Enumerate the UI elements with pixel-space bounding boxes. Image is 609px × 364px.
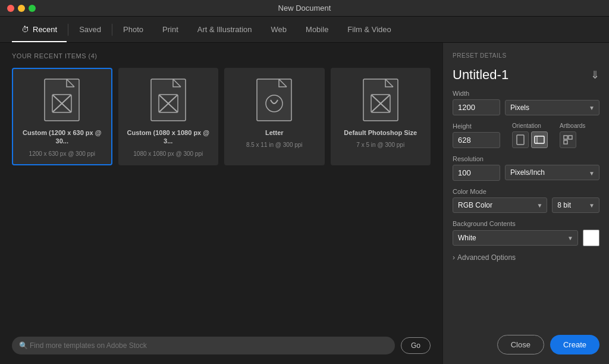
- search-input[interactable]: [12, 337, 395, 354]
- svg-rect-21: [564, 136, 567, 139]
- recent-item-2[interactable]: Letter 8.5 x 11 in @ 300 ppi: [224, 68, 325, 165]
- color-mode-label: Color Mode: [453, 188, 599, 195]
- height-input[interactable]: [453, 132, 500, 148]
- artboards-button[interactable]: [560, 131, 576, 148]
- tab-photo[interactable]: Photo: [114, 17, 153, 42]
- width-unit-select-wrapper: Pixels Inches cm ▼: [505, 100, 599, 115]
- resolution-label: Resolution: [453, 155, 599, 162]
- preset-title-row: Untitled-1 ⇓: [453, 67, 599, 83]
- recent-item-name-3: Default Photoshop Size: [344, 128, 417, 137]
- bg-contents-field: Background Contents White Background Col…: [453, 220, 599, 246]
- bottom-buttons: Close Create: [453, 330, 599, 354]
- right-panel: PRESET DETAILS Untitled-1 ⇓ Width Pixels…: [442, 43, 609, 364]
- title-bar: New Document: [0, 0, 609, 17]
- svg-rect-19: [535, 136, 544, 143]
- tab-print[interactable]: Print: [153, 17, 188, 42]
- orientation-field: Orientation: [512, 123, 548, 148]
- tab-recent[interactable]: ⏱ Recent: [12, 17, 67, 42]
- recent-grid: Custom (1200 x 630 px @ 30... 1200 x 630…: [12, 68, 431, 165]
- color-mode-field: Color Mode RGB Color CMYK Color Grayscal…: [453, 188, 599, 213]
- search-wrapper: 🔍: [12, 337, 395, 354]
- tab-saved[interactable]: Saved: [70, 17, 111, 42]
- resolution-field: Resolution Pixels/Inch Pixels/cm ▼: [453, 155, 599, 181]
- bg-color-swatch[interactable]: [583, 230, 599, 246]
- maximize-window-button[interactable]: [29, 5, 36, 12]
- minimize-window-button[interactable]: [18, 5, 25, 12]
- color-mode-select[interactable]: RGB Color CMYK Color Grayscale: [453, 197, 547, 213]
- preset-details-label: PRESET DETAILS: [453, 52, 599, 59]
- create-button[interactable]: Create: [550, 335, 599, 354]
- width-field: Width Pixels Inches cm ▼: [453, 90, 599, 115]
- recent-item-icon-0: [41, 76, 83, 124]
- width-input[interactable]: [453, 99, 500, 115]
- recent-item-icon-2: [253, 76, 295, 124]
- portrait-button[interactable]: [512, 131, 529, 148]
- svg-rect-0: [45, 79, 79, 121]
- recent-item-icon-3: [360, 76, 401, 124]
- main-layout: YOUR RECENT ITEMS (4) Custom (1200 x 630…: [0, 43, 609, 364]
- artboards-field: Artboards: [560, 123, 585, 148]
- search-icon: 🔍: [19, 341, 28, 350]
- close-button[interactable]: Close: [497, 335, 544, 354]
- close-window-button[interactable]: [7, 5, 14, 12]
- recent-item-size-1: 1080 x 1080 px @ 300 ppi: [133, 150, 203, 157]
- window-title: New Document: [278, 4, 331, 12]
- width-row: Pixels Inches cm ▼: [453, 99, 599, 115]
- preset-title: Untitled-1: [453, 67, 508, 83]
- save-preset-icon[interactable]: ⇓: [591, 68, 599, 81]
- orientation-buttons: [512, 131, 548, 148]
- recent-item-0[interactable]: Custom (1200 x 630 px @ 30... 1200 x 630…: [12, 68, 112, 165]
- recent-item-3[interactable]: Default Photoshop Size 7 x 5 in @ 300 pp…: [331, 68, 431, 165]
- clock-icon: ⏱: [21, 25, 29, 34]
- tab-mobile[interactable]: Mobile: [296, 17, 338, 42]
- artboards-label: Artboards: [560, 123, 585, 129]
- window-controls: [7, 5, 36, 12]
- bg-contents-label: Background Contents: [453, 220, 599, 227]
- recent-item-name-1: Custom (1080 x 1080 px @ 3...: [127, 128, 211, 146]
- landscape-button[interactable]: [531, 131, 548, 148]
- recent-item-size-2: 8.5 x 11 in @ 300 ppi: [246, 142, 303, 148]
- recent-item-size-0: 1200 x 630 px @ 300 ppi: [29, 150, 95, 157]
- left-panel: YOUR RECENT ITEMS (4) Custom (1200 x 630…: [0, 43, 442, 364]
- tab-film[interactable]: Film & Video: [338, 17, 400, 42]
- svg-rect-10: [257, 79, 291, 121]
- tab-web[interactable]: Web: [262, 17, 297, 42]
- height-label: Height: [453, 123, 500, 130]
- bit-depth-select[interactable]: 8 bit 16 bit 32 bit: [552, 197, 599, 213]
- recent-item-icon-1: [147, 76, 189, 124]
- bit-depth-wrapper: 8 bit 16 bit 32 bit ▼: [552, 197, 599, 213]
- advanced-options-toggle[interactable]: › Advanced Options: [453, 253, 599, 262]
- svg-rect-13: [363, 79, 398, 121]
- recent-item-name-2: Letter: [265, 128, 284, 137]
- color-mode-row: RGB Color CMYK Color Grayscale ▼ 8 bit 1…: [453, 197, 599, 213]
- svg-rect-5: [151, 79, 186, 121]
- color-mode-wrapper: RGB Color CMYK Color Grayscale ▼: [453, 197, 547, 213]
- tab-art[interactable]: Art & Illustration: [188, 17, 262, 42]
- svg-rect-23: [564, 140, 567, 144]
- go-button[interactable]: Go: [401, 337, 431, 354]
- resolution-unit-select[interactable]: Pixels/Inch Pixels/cm: [505, 165, 599, 180]
- recent-section-title: YOUR RECENT ITEMS (4): [12, 52, 431, 59]
- orientation-label: Orientation: [512, 123, 548, 129]
- bg-contents-select[interactable]: White Background Color Transparent: [453, 230, 578, 246]
- bg-contents-row: White Background Color Transparent ▼: [453, 230, 599, 246]
- resolution-row: Pixels/Inch Pixels/cm ▼: [453, 165, 599, 181]
- bg-contents-wrapper: White Background Color Transparent ▼: [453, 230, 578, 246]
- width-unit-select[interactable]: Pixels Inches cm: [505, 100, 599, 115]
- recent-item-name-0: Custom (1200 x 630 px @ 30...: [20, 128, 104, 146]
- nav-tabs: ⏱ Recent Saved Photo Print Art & Illustr…: [0, 17, 609, 43]
- recent-item-1[interactable]: Custom (1080 x 1080 px @ 3... 1080 x 108…: [118, 68, 219, 165]
- search-area: 🔍 Go: [12, 328, 431, 354]
- height-field: Height: [453, 123, 500, 148]
- svg-rect-18: [517, 135, 524, 145]
- resolution-input[interactable]: [453, 165, 500, 181]
- svg-rect-22: [569, 136, 572, 139]
- resolution-unit-wrapper: Pixels/Inch Pixels/cm ▼: [505, 165, 599, 181]
- chevron-right-icon: ›: [453, 253, 455, 262]
- nav-divider: [68, 24, 68, 36]
- nav-divider-2: [112, 24, 112, 36]
- width-label: Width: [453, 90, 599, 97]
- height-orientation-row: Height Orientation Artboards: [453, 123, 599, 148]
- recent-item-size-3: 7 x 5 in @ 300 ppi: [356, 142, 404, 148]
